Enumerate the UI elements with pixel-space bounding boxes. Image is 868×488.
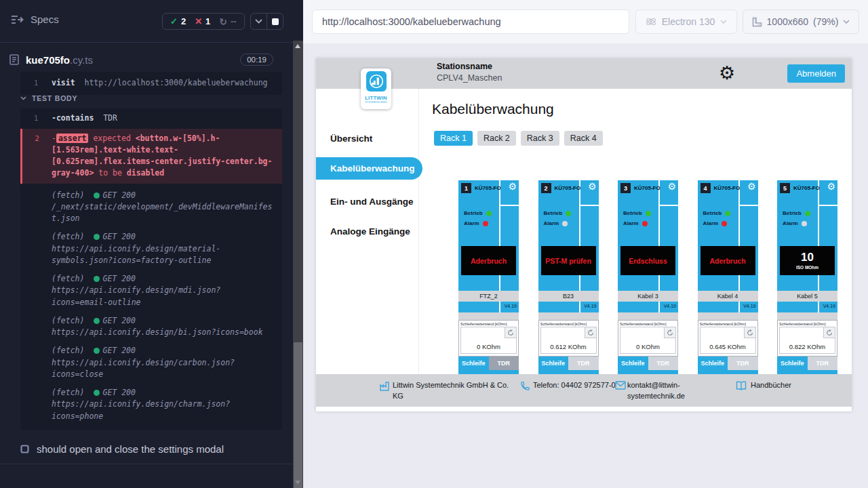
failed-assert-row[interactable]: 2 -assert expected <button.w-[50%].h-[1.… [20, 129, 282, 184]
fetch-log-entry[interactable]: (fetch)GET 200 https://api.iconify.desig… [20, 270, 282, 312]
device-cards: 1 KÜ705-FO ⚙ Betrieb Alarm Aderbruch FTZ… [458, 180, 837, 374]
pending-test-row[interactable]: should open and close the settings modal [20, 443, 224, 455]
card-divider [500, 205, 519, 206]
schleife-button[interactable]: Schleife [458, 357, 489, 370]
sidebar-item-kabelueberwachung[interactable]: Kabelüberwachung [316, 157, 422, 180]
fetch-log-entry[interactable]: (fetch)GET 200 https://api.iconify.desig… [20, 384, 282, 426]
footer-gap [316, 407, 852, 411]
refresh-button[interactable] [823, 327, 835, 338]
tdr-button[interactable]: TDR [728, 357, 758, 370]
card-number: 2 [541, 183, 551, 193]
specs-menu-button[interactable]: Specs [11, 14, 59, 25]
viewport-size-selector[interactable]: 1000x660 (79%) [743, 9, 859, 34]
fetch-log-entry[interactable]: (fetch)GET 200 https://api.iconify.desig… [20, 342, 282, 384]
card-divider [740, 205, 758, 206]
spec-extension: .cy.ts [70, 54, 93, 66]
card-divider [660, 205, 678, 206]
command-name: contains [56, 113, 94, 123]
scroll-down-arrow-icon[interactable] [295, 481, 300, 485]
tab-rack-1[interactable]: Rack 1 [434, 131, 473, 146]
chevron-down-icon [720, 20, 727, 24]
fetch-url: https://api.iconify.design/mdi.json?icon… [52, 285, 277, 308]
settings-gear-icon[interactable]: ⚙ [719, 61, 735, 85]
sidebar-item-ein-und-ausgaenge[interactable]: Ein- und Ausgänge [330, 192, 414, 212]
app-viewport: Stationsname CPLV4_Maschen ⚙ Abmelden LI… [316, 58, 852, 411]
stop-icon [272, 18, 279, 25]
sidebar-item-uebersicht[interactable]: Übersicht [330, 129, 372, 149]
card-gear-icon[interactable]: ⚙ [588, 181, 597, 192]
footer-email[interactable]: kontakt@littwin-systemtechnik.de [627, 380, 695, 401]
schleife-button[interactable]: Schleife [698, 357, 728, 370]
fetch-log-entry[interactable]: (fetch)GET 200 /_next/static/development… [20, 186, 282, 228]
resistance-label: Schleifenwiderstand [kOhm] [540, 322, 597, 326]
schleife-button[interactable]: Schleife [538, 357, 569, 370]
spec-name: kue705fo [26, 54, 70, 66]
collapse-button[interactable] [251, 14, 267, 29]
spec-file-row[interactable]: kue705fo.cy.ts 00:19 [0, 47, 283, 72]
sidebar-item-analoge-eingaenge[interactable]: Analoge Eingänge [330, 222, 410, 242]
browser-selector[interactable]: Electron 130 [635, 9, 737, 34]
cypress-reporter-panel: Specs ✓2 ✕1 ↻-- kue705fo.cy.ts 00:19 1 v… [0, 0, 293, 488]
logout-button[interactable]: Abmelden [787, 64, 845, 83]
refresh-button[interactable] [585, 327, 596, 338]
contains-command-row[interactable]: 1 -contains TDR [20, 110, 282, 127]
footer-manuals[interactable]: Handbücher [751, 380, 791, 390]
scrollbar-track[interactable] [293, 41, 303, 488]
firmware-version: V4.19 [823, 304, 835, 308]
alarm-label: Alarm [464, 220, 479, 226]
resistance-box: 0 KOhm [620, 327, 676, 354]
scroll-up-arrow-icon[interactable] [295, 44, 300, 48]
firmware-version: V4.19 [584, 304, 596, 308]
refresh-icon [826, 329, 833, 336]
refresh-button[interactable] [664, 327, 675, 338]
scrollbar-thumb[interactable] [294, 342, 302, 488]
tab-rack-2[interactable]: Rack 2 [477, 131, 516, 146]
visit-command-row[interactable]: 1 visit http://localhost:3000/kabelueber… [20, 75, 282, 92]
card-gear-icon[interactable]: ⚙ [747, 181, 756, 192]
status-ok-dot-icon [94, 318, 100, 324]
device-card-1: 1 KÜ705-FO ⚙ Betrieb Alarm Aderbruch FTZ… [458, 180, 519, 374]
stat-passed: ✓2 [170, 16, 186, 26]
tdr-button[interactable]: TDR [489, 357, 519, 370]
card-divider [580, 205, 599, 206]
card-gear-icon[interactable]: ⚙ [667, 181, 676, 192]
url-input[interactable] [312, 9, 629, 34]
tdr-button[interactable]: TDR [648, 357, 679, 370]
file-icon [9, 54, 19, 65]
alarm-led [642, 221, 648, 226]
alarm-label: Alarm [623, 220, 639, 226]
tab-rack-4[interactable]: Rack 4 [564, 131, 603, 146]
test-body-section-header[interactable]: TEST BODY [20, 94, 77, 102]
card-divider [819, 205, 837, 206]
resistance-label: Schleifenwiderstand [kOhm] [700, 322, 756, 326]
stop-button[interactable] [267, 14, 283, 29]
station-label: Stationsname [437, 62, 502, 71]
fetch-log-entry[interactable]: (fetch)GET 200 https://api.iconify.desig… [20, 228, 282, 270]
card-gear-icon[interactable]: ⚙ [508, 181, 517, 192]
tdr-button[interactable]: TDR [808, 357, 838, 370]
card-model: KÜ705-FO [634, 185, 660, 191]
page-title: Kabelüberwachung [432, 101, 554, 117]
specs-label: Specs [31, 14, 59, 25]
firmware-version: V4.19 [743, 304, 755, 308]
ruler-icon [752, 17, 762, 27]
card-number: 4 [701, 183, 711, 193]
card-gear-icon[interactable]: ⚙ [827, 181, 835, 192]
assert-expected: expected [93, 134, 130, 143]
card-model: KÜ705-FO [714, 185, 741, 191]
iso-unit: ISO MOhm [796, 265, 818, 270]
tab-rack-3[interactable]: Rack 3 [521, 131, 559, 146]
card-number: 5 [780, 183, 790, 193]
firmware-version: V4.19 [505, 304, 517, 308]
refresh-button[interactable] [505, 327, 516, 338]
tdr-button[interactable]: TDR [568, 357, 599, 370]
refresh-button[interactable] [744, 327, 755, 338]
cable-label: B23 [538, 291, 599, 302]
schleife-button[interactable]: Schleife [618, 357, 648, 370]
specs-list-icon [11, 15, 24, 24]
schleife-button[interactable]: Schleife [777, 357, 808, 370]
status-ok-dot-icon [94, 276, 100, 282]
stat-failed: ✕1 [195, 16, 210, 26]
fetch-log-entry[interactable]: (fetch)GET 200 https://api.iconify.desig… [20, 312, 282, 342]
refresh-icon [507, 329, 514, 336]
